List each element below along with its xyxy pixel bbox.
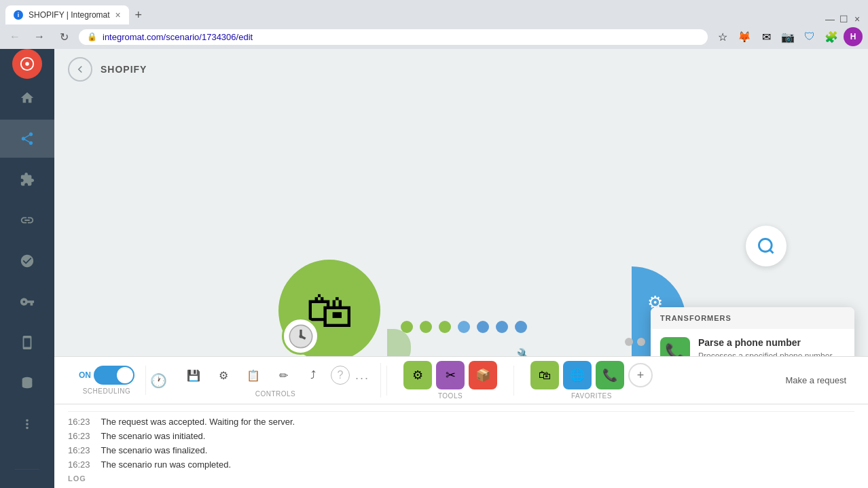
notes-btn[interactable]: 📋 <box>241 363 266 387</box>
address-text: integromat.com/scenario/1734306/edit <box>103 32 253 42</box>
search-float-btn[interactable] <box>746 226 786 266</box>
fav-add-btn[interactable]: + <box>628 363 653 387</box>
scenario-header: SHOPIFY <box>54 49 868 90</box>
tab-close-btn[interactable]: × <box>115 10 121 20</box>
toggle-on-label: ON <box>79 370 91 380</box>
active-tab[interactable]: i SHOPIFY | Integromat × <box>5 5 129 24</box>
forward-nav-btn[interactable]: → <box>30 27 49 46</box>
log-message: The scenario was finalized. <box>101 445 208 455</box>
phone-parse-icon: 📞 <box>660 337 690 356</box>
camera-btn[interactable]: 📷 <box>778 27 797 46</box>
dot-6 <box>496 321 508 333</box>
user-avatar-btn[interactable]: H <box>844 27 863 46</box>
dot-3 <box>439 321 451 333</box>
log-entry: 16:23The request was accepted. Waiting f… <box>68 415 854 429</box>
tools-btns: ⚙ ✂ 📦 <box>403 361 497 389</box>
sidebar-item-webhooks[interactable] <box>0 242 54 280</box>
make-request-label[interactable]: Make a request <box>777 375 854 385</box>
scenario-title: SHOPIFY <box>101 64 147 75</box>
mail-btn[interactable]: ✉ <box>757 27 776 46</box>
address-bar-row: ← → ↻ 🔒 integromat.com/scenario/1734306/… <box>0 24 868 49</box>
back-button[interactable] <box>68 57 92 82</box>
sidebar-nav <box>0 79 54 443</box>
sidebar-item-keys[interactable] <box>0 283 54 321</box>
close-window-btn[interactable]: × <box>852 14 863 24</box>
tools-btn-1[interactable]: ⚙ <box>403 361 432 389</box>
connector-arrow <box>387 329 418 356</box>
log-entry: 16:23The scenario was finalized. <box>68 443 854 457</box>
log-message: The request was accepted. Waiting for th… <box>101 417 295 427</box>
sidebar-item-apps[interactable] <box>0 160 54 198</box>
dot-2 <box>420 321 432 333</box>
shopify-circle: 🛍 <box>278 260 380 356</box>
tab-favicon: i <box>14 10 23 20</box>
sidebar-item-devices[interactable] <box>0 324 54 362</box>
sidebar-item-home[interactable] <box>0 79 54 117</box>
minimize-btn[interactable]: — <box>825 14 835 24</box>
settings-btn[interactable]: ⚙ <box>211 363 236 387</box>
popup-item[interactable]: 📞 Parse a phone number Processes a speci… <box>651 329 854 356</box>
log-separator <box>68 410 854 412</box>
tab-bar: i SHOPIFY | Integromat × + — ☐ × <box>0 0 868 24</box>
sidebar-item-datastore[interactable] <box>0 364 54 402</box>
log-entry: 16:23The scenario was initiated. <box>68 429 854 443</box>
dot-1 <box>401 321 413 333</box>
extensions-btn[interactable]: 🧩 <box>822 27 841 46</box>
address-bar[interactable]: 🔒 integromat.com/scenario/1734306/edit <box>79 29 708 45</box>
popup-header: TRANSFORMERS <box>651 307 854 329</box>
maximize-btn[interactable]: ☐ <box>838 14 849 24</box>
tab-title: SHOPIFY | Integromat <box>29 10 110 20</box>
toolbar-scheduling-section: ON SCHEDULING <box>68 366 146 395</box>
log-label: LOG <box>68 472 854 483</box>
browser-actions: ☆ 🦊 ✉ 📷 🛡 🧩 H <box>713 27 863 46</box>
save-btn[interactable]: 💾 <box>181 363 206 387</box>
tools-btn-3[interactable]: 📦 <box>469 361 497 389</box>
help-toolbar-btn[interactable]: ? <box>331 366 350 385</box>
back-nav-btn[interactable]: ← <box>5 27 24 46</box>
controls-btns: 💾 ⚙ 📋 ✏ ⤴ ? ... <box>181 363 369 387</box>
divider-1 <box>386 366 387 396</box>
fav-btn-shopify[interactable]: 🛍 <box>530 361 559 389</box>
wrench-icon[interactable]: 🔧 <box>516 348 535 356</box>
right-connector-dots <box>625 338 645 346</box>
lock-icon: 🔒 <box>87 32 97 41</box>
bookmark-btn[interactable]: ☆ <box>713 27 732 46</box>
refresh-btn[interactable]: ↻ <box>54 27 73 46</box>
main-content: SHOPIFY 🛍 <box>54 49 868 488</box>
app: ? SHOPIFY 🛍 <box>0 49 868 488</box>
new-tab-btn[interactable]: + <box>129 5 148 24</box>
phone-unicode-icon: 📞 <box>665 343 685 356</box>
edit-btn[interactable]: ✏ <box>271 363 295 387</box>
popup-item-text: Parse a phone number Processes a specifi… <box>698 337 845 356</box>
fav-btn-phone[interactable]: 📞 <box>596 361 624 389</box>
popup-item-title: Parse a phone number <box>698 337 845 348</box>
controls-label: CONTROLS <box>255 390 296 398</box>
fav-btn-globe[interactable]: 🌐 <box>563 361 592 389</box>
dot-5 <box>477 321 489 333</box>
toggle-thumb <box>117 367 133 383</box>
toolbar-tools-section: ⚙ ✂ 📦 TOOLS <box>393 361 508 400</box>
log-entry: 16:23The scenario run was completed. <box>68 457 854 472</box>
sidebar: ? <box>0 49 54 488</box>
shopify-node[interactable]: 🛍 <box>278 260 380 356</box>
dot-7 <box>515 321 527 333</box>
integromat-logo[interactable] <box>12 49 42 79</box>
log-time: 16:23 <box>68 459 90 470</box>
favorites-btns: 🛍 🌐 📞 + <box>530 361 653 389</box>
toggle-track[interactable] <box>94 366 134 385</box>
sidebar-item-scenarios[interactable] <box>0 120 54 158</box>
tools-btn-2[interactable]: ✂ <box>436 361 465 389</box>
log-time: 16:23 <box>68 431 90 441</box>
divider-2 <box>513 366 514 396</box>
firefox-btn[interactable]: 🦊 <box>735 27 754 46</box>
small-dot-1 <box>625 338 633 346</box>
scheduling-clock-btn[interactable]: 🕐 <box>146 368 170 393</box>
sidebar-item-more[interactable] <box>0 405 54 443</box>
sidebar-item-connections[interactable] <box>0 201 54 239</box>
shield-btn[interactable]: 🛡 <box>800 27 819 46</box>
dot-4 <box>458 321 470 333</box>
toolbar-favorites-section: 🛍 🌐 📞 + FAVORITES <box>520 361 664 400</box>
more-btn[interactable]: ... <box>355 368 369 383</box>
flow-btn[interactable]: ⤴ <box>301 363 325 387</box>
log-time: 16:23 <box>68 445 90 455</box>
